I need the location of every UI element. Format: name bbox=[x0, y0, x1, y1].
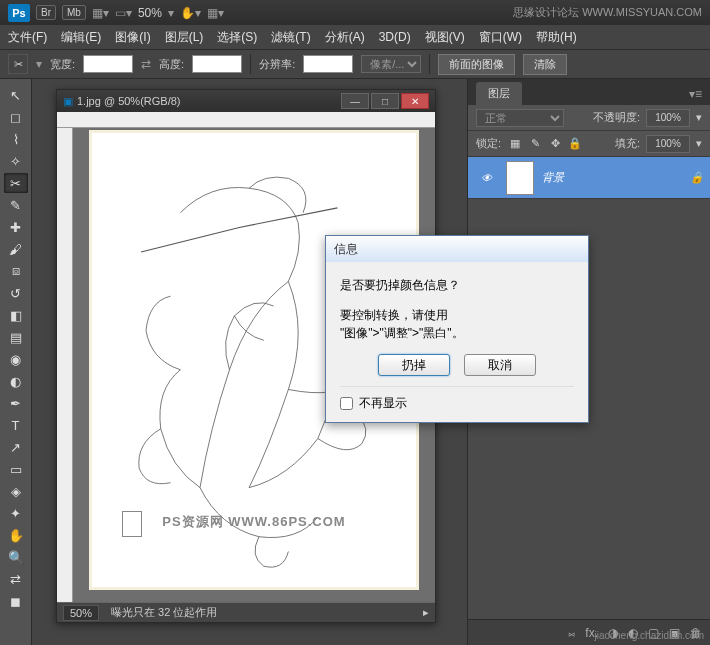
opacity-arrow-icon[interactable]: ▾ bbox=[696, 111, 702, 124]
minibridge-button[interactable]: Mb bbox=[62, 5, 86, 20]
dont-show-label: 不再显示 bbox=[359, 395, 407, 412]
layer-row[interactable]: 👁 背景 🔒 bbox=[468, 157, 710, 199]
dialog-titlebar[interactable]: 信息 bbox=[326, 236, 588, 262]
brush-tool-icon[interactable]: 🖌 bbox=[4, 239, 28, 259]
lock-row: 锁定: ▦ ✎ ✥ 🔒 填充: 100% ▾ bbox=[468, 131, 710, 157]
menu-window[interactable]: 窗口(W) bbox=[479, 29, 522, 46]
visibility-icon[interactable]: 👁 bbox=[481, 172, 492, 184]
hand-icon[interactable]: ✋▾ bbox=[180, 6, 201, 20]
3d-camera-tool-icon[interactable]: ✦ bbox=[4, 503, 28, 523]
zoom-tool-icon[interactable]: 🔍 bbox=[4, 547, 28, 567]
menu-view[interactable]: 视图(V) bbox=[425, 29, 465, 46]
ps-logo: Ps bbox=[8, 4, 30, 22]
status-text: 曝光只在 32 位起作用 bbox=[111, 605, 217, 620]
height-input[interactable] bbox=[192, 55, 242, 73]
unit-select[interactable]: 像素/... bbox=[361, 55, 421, 73]
width-label: 宽度: bbox=[50, 57, 75, 72]
page-watermark: jiaocheng.chazidian.com bbox=[594, 630, 704, 641]
menu-layer[interactable]: 图层(L) bbox=[165, 29, 204, 46]
pen-tool-icon[interactable]: ✒ bbox=[4, 393, 28, 413]
opacity-label: 不透明度: bbox=[593, 110, 640, 125]
front-image-button[interactable]: 前面的图像 bbox=[438, 54, 515, 75]
swap-icon[interactable]: ⇄ bbox=[141, 57, 151, 71]
heal-tool-icon[interactable]: ✚ bbox=[4, 217, 28, 237]
eraser-tool-icon[interactable]: ◧ bbox=[4, 305, 28, 325]
panel-menu-icon[interactable]: ▾≡ bbox=[681, 83, 710, 105]
marquee-tool-icon[interactable]: ◻ bbox=[4, 107, 28, 127]
fill-label: 填充: bbox=[615, 136, 640, 151]
link-layers-icon[interactable]: ⨝ bbox=[568, 626, 575, 640]
path-tool-icon[interactable]: ↗ bbox=[4, 437, 28, 457]
close-button[interactable]: ✕ bbox=[401, 93, 429, 109]
maximize-button[interactable]: □ bbox=[371, 93, 399, 109]
crop-tool-preset-icon[interactable]: ✂ bbox=[8, 54, 28, 74]
screen-mode-icon[interactable]: ▦▾ bbox=[92, 6, 109, 20]
menu-help[interactable]: 帮助(H) bbox=[536, 29, 577, 46]
menu-filter[interactable]: 滤镜(T) bbox=[271, 29, 310, 46]
menu-file[interactable]: 文件(F) bbox=[8, 29, 47, 46]
width-input[interactable] bbox=[83, 55, 133, 73]
lock-all-icon[interactable]: 🔒 bbox=[567, 136, 583, 152]
move-tool-icon[interactable]: ↖ bbox=[4, 85, 28, 105]
toolbox: ↖ ◻ ⌇ ✧ ✂ ✎ ✚ 🖌 ⧇ ↺ ◧ ▤ ◉ ◐ ✒ T ↗ ▭ ◈ ✦ … bbox=[0, 79, 32, 645]
arrange-icon[interactable]: ▭▾ bbox=[115, 6, 132, 20]
bridge-button[interactable]: Br bbox=[36, 5, 56, 20]
resolution-input[interactable] bbox=[303, 55, 353, 73]
menu-select[interactable]: 选择(S) bbox=[217, 29, 257, 46]
status-arrow-icon[interactable]: ▸ bbox=[423, 606, 429, 619]
preset-dropdown-icon[interactable]: ▾ bbox=[36, 57, 42, 71]
blur-tool-icon[interactable]: ◉ bbox=[4, 349, 28, 369]
menu-edit[interactable]: 编辑(E) bbox=[61, 29, 101, 46]
shape-tool-icon[interactable]: ▭ bbox=[4, 459, 28, 479]
canvas-watermark: PS资源网 WWW.86PS.COM bbox=[92, 513, 416, 531]
ruler-vertical bbox=[57, 128, 73, 602]
menubar: 文件(F) 编辑(E) 图像(I) 图层(L) 选择(S) 滤镜(T) 分析(A… bbox=[0, 25, 710, 49]
eyedropper-tool-icon[interactable]: ✎ bbox=[4, 195, 28, 215]
history-brush-tool-icon[interactable]: ↺ bbox=[4, 283, 28, 303]
hand-tool-icon[interactable]: ✋ bbox=[4, 525, 28, 545]
layer-thumbnail[interactable] bbox=[506, 161, 534, 195]
zoom-readout[interactable]: 50% bbox=[138, 6, 162, 20]
gradient-tool-icon[interactable]: ▤ bbox=[4, 327, 28, 347]
fill-value[interactable]: 100% bbox=[646, 135, 690, 153]
document-title: 1.jpg @ 50%(RGB/8) bbox=[77, 95, 181, 107]
doc-title-icon: ▣ bbox=[63, 95, 73, 108]
crop-tool-icon[interactable]: ✂ bbox=[4, 173, 28, 193]
type-tool-icon[interactable]: T bbox=[4, 415, 28, 435]
document-titlebar[interactable]: ▣ 1.jpg @ 50%(RGB/8) — □ ✕ bbox=[57, 90, 435, 112]
menu-3d[interactable]: 3D(D) bbox=[379, 30, 411, 44]
fill-arrow-icon[interactable]: ▾ bbox=[696, 137, 702, 150]
3d-tool-icon[interactable]: ◈ bbox=[4, 481, 28, 501]
lock-transparency-icon[interactable]: ▦ bbox=[507, 136, 523, 152]
extras-icon[interactable]: ▦▾ bbox=[207, 6, 224, 20]
menu-image[interactable]: 图像(I) bbox=[115, 29, 150, 46]
layer-name[interactable]: 背景 bbox=[542, 170, 564, 185]
discard-button[interactable]: 扔掉 bbox=[378, 354, 450, 376]
resolution-label: 分辨率: bbox=[259, 57, 295, 72]
lock-icons: ▦ ✎ ✥ 🔒 bbox=[507, 136, 583, 152]
clear-button[interactable]: 清除 bbox=[523, 54, 567, 75]
zoom-dropdown-icon[interactable]: ▾ bbox=[168, 6, 174, 20]
info-dialog: 信息 是否要扔掉颜色信息？ 要控制转换，请使用 "图像">"调整">"黑白"。 … bbox=[325, 235, 589, 423]
cancel-button[interactable]: 取消 bbox=[464, 354, 536, 376]
dodge-tool-icon[interactable]: ◐ bbox=[4, 371, 28, 391]
zoom-value[interactable]: 50% bbox=[63, 605, 99, 621]
lasso-tool-icon[interactable]: ⌇ bbox=[4, 129, 28, 149]
dont-show-checkbox[interactable] bbox=[340, 397, 353, 410]
stamp-tool-icon[interactable]: ⧇ bbox=[4, 261, 28, 281]
layers-tabbar: 图层 ▾≡ bbox=[468, 79, 710, 105]
opacity-value[interactable]: 100% bbox=[646, 109, 690, 127]
blend-mode-select[interactable]: 正常 bbox=[476, 109, 564, 127]
lock-position-icon[interactable]: ✥ bbox=[547, 136, 563, 152]
color-swap-icon[interactable]: ⇄ bbox=[4, 569, 28, 589]
minimize-button[interactable]: — bbox=[341, 93, 369, 109]
fg-bg-swatch-icon[interactable]: ◼ bbox=[4, 591, 28, 611]
lock-label: 锁定: bbox=[476, 136, 501, 151]
menu-analysis[interactable]: 分析(A) bbox=[325, 29, 365, 46]
ruler-horizontal bbox=[57, 112, 435, 128]
height-label: 高度: bbox=[159, 57, 184, 72]
layers-tab[interactable]: 图层 bbox=[476, 82, 522, 105]
wand-tool-icon[interactable]: ✧ bbox=[4, 151, 28, 171]
lock-pixels-icon[interactable]: ✎ bbox=[527, 136, 543, 152]
dialog-message-2: 要控制转换，请使用 "图像">"调整">"黑白"。 bbox=[340, 306, 574, 342]
